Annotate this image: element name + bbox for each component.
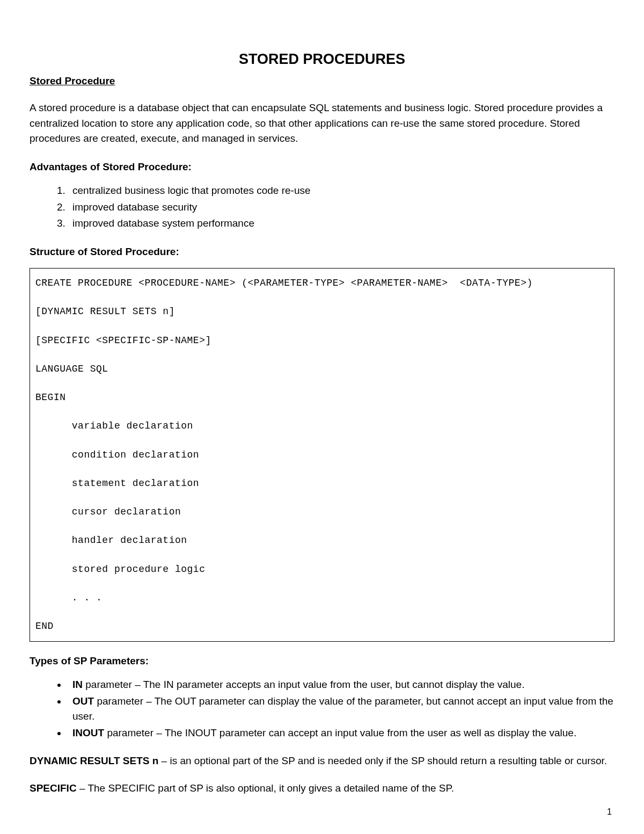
page-title: STORED PROCEDURES	[30, 48, 614, 70]
specific-label: SPECIFIC	[30, 782, 77, 794]
list-item: INOUT parameter – The INOUT parameter ca…	[67, 726, 614, 741]
parameters-list: IN parameter – The IN parameter accepts …	[67, 677, 614, 741]
list-item: improved database system performance	[68, 216, 614, 231]
advantages-list: centralized business logic that promotes…	[68, 183, 614, 231]
dynamic-result-sets-definition: DYNAMIC RESULT SETS n – is an optional p…	[30, 753, 614, 769]
code-block-structure: CREATE PROCEDURE <PROCEDURE-NAME> (<PARA…	[30, 268, 614, 642]
param-in-desc: parameter – The IN parameter accepts an …	[83, 679, 524, 690]
specific-desc: – The SPECIFIC part of SP is also option…	[77, 782, 454, 794]
param-in-label: IN	[72, 679, 83, 690]
list-item: improved database security	[68, 200, 614, 215]
list-item: IN parameter – The IN parameter accepts …	[67, 677, 614, 693]
dyn-result-desc: – is an optional part of the SP and is n…	[158, 755, 607, 766]
param-inout-label: INOUT	[72, 727, 104, 738]
list-item: OUT parameter – The OUT parameter can di…	[67, 694, 614, 724]
page-number: 1	[607, 806, 612, 818]
specific-definition: SPECIFIC – The SPECIFIC part of SP is al…	[30, 781, 614, 796]
param-out-desc: parameter – The OUT parameter can displa…	[72, 695, 613, 722]
dyn-result-label: DYNAMIC RESULT SETS n	[30, 755, 158, 766]
heading-stored-procedure: Stored Procedure	[30, 74, 614, 89]
heading-structure: Structure of Stored Procedure:	[30, 244, 614, 260]
param-inout-desc: parameter – The INOUT parameter can acce…	[104, 727, 576, 738]
list-item: centralized business logic that promotes…	[68, 183, 614, 199]
heading-parameters: Types of SP Parameters:	[30, 654, 614, 669]
heading-advantages: Advantages of Stored Procedure:	[30, 159, 614, 175]
param-out-label: OUT	[72, 695, 94, 707]
intro-paragraph: A stored procedure is a database object …	[30, 100, 614, 147]
